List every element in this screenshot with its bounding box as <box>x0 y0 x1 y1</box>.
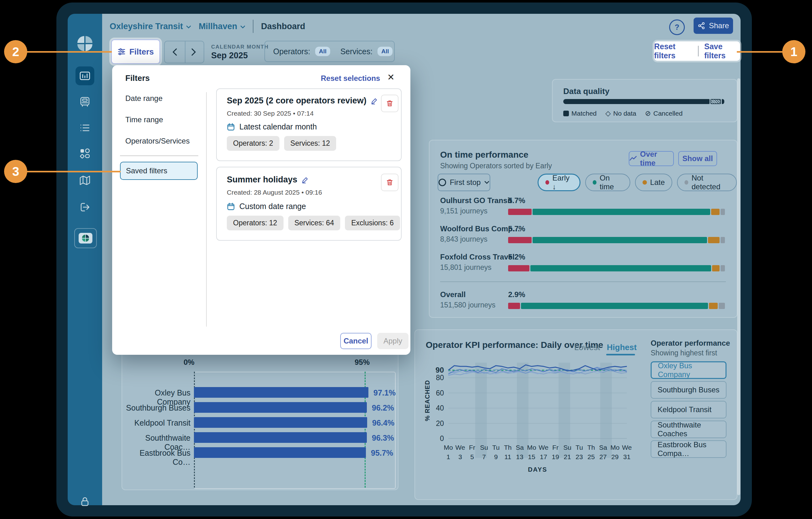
lock-icon <box>76 493 94 510</box>
previous-month-button[interactable] <box>164 41 185 63</box>
operator-name: Oulhurst GO Transit <box>440 196 512 205</box>
bar-segment <box>508 303 520 309</box>
sidebar-item-services-list[interactable] <box>76 119 94 137</box>
svg-text:Th: Th <box>587 444 595 451</box>
kpi-card: Operator KPI performance: Daily over tim… <box>414 329 737 500</box>
filter-summary-chips: Operators: 12Services: 64Exclusions: 6 <box>227 216 400 230</box>
saved-filter-card: Sep 2025 (2 core operators review) Creat… <box>216 88 402 161</box>
operators-label: Operators: <box>273 47 310 56</box>
org-selector[interactable]: Oxleyshire Transit <box>110 22 191 31</box>
summary-chip: Operators: 2 <box>227 136 280 151</box>
status-chip-label: Not detected <box>691 174 729 191</box>
svg-text:17: 17 <box>540 453 547 460</box>
save-filters-button[interactable]: Save filters <box>704 42 740 60</box>
sidebar-item-categories[interactable] <box>76 145 94 162</box>
svg-text:19: 19 <box>552 453 559 460</box>
bus-icon <box>79 96 91 108</box>
bar-chart-icon <box>79 70 91 82</box>
apply-button[interactable]: Apply <box>377 333 408 349</box>
svg-text:80: 80 <box>436 374 444 382</box>
modal-nav-time-range[interactable]: Time range <box>125 115 163 124</box>
status-chip-not-detected[interactable]: Not detected <box>677 174 737 191</box>
calendar-icon <box>227 202 235 211</box>
delete-filter-button[interactable] <box>381 94 399 112</box>
created-timestamp: Created: 30 Sep 2025 • 07:14 <box>227 110 314 117</box>
list-icon <box>79 122 91 134</box>
svg-text:DAYS: DAYS <box>528 466 547 473</box>
stacked-bar <box>508 237 725 243</box>
edit-pencil-icon[interactable] <box>302 176 309 183</box>
operator-list-item[interactable]: Southburgh Buses <box>651 381 726 399</box>
on-time-title: On time performance <box>440 150 528 160</box>
bar-segment <box>508 265 529 271</box>
summary-chip: Services: 12 <box>284 136 337 151</box>
journeys-count: 9,151 journeys <box>440 207 488 215</box>
show-all-button[interactable]: Show all <box>678 151 717 166</box>
delete-filter-button[interactable] <box>381 174 399 191</box>
status-dot-icon <box>545 180 549 185</box>
modal-nav-saved-filters[interactable]: Saved filters <box>120 162 198 180</box>
sidebar-item-logout[interactable] <box>76 198 94 216</box>
reset-selections-link[interactable]: Reset selections <box>321 74 380 83</box>
callout-badge-1: 1 <box>782 40 805 63</box>
saved-filter-title: Summer holidays <box>227 175 297 185</box>
share-button[interactable]: Share <box>694 18 733 34</box>
kpi-line-chart: 90806040200Mo1We3Fr5Su7Tu9Th11Sa13Mo15We… <box>424 356 643 497</box>
scrollbar[interactable] <box>737 78 740 495</box>
lowest-tab[interactable]: Lowest <box>574 343 600 352</box>
operator-list-item[interactable]: Eastbrook Bus Compa… <box>651 440 726 458</box>
chevron-down-icon <box>186 24 191 29</box>
operator-list-item[interactable]: Souththwaite Coaches <box>651 420 726 438</box>
svg-text:15: 15 <box>528 453 535 460</box>
calendar-month-label: CALENDAR MONTH <box>211 44 268 50</box>
data-quality-segment <box>563 99 709 104</box>
modal-nav-operators-services[interactable]: Operators/Services <box>125 137 190 145</box>
status-chip-label: Late <box>650 178 665 187</box>
legend-cancelled: Cancelled <box>653 110 682 117</box>
operator-list-item[interactable]: Keldpool Transit <box>651 401 726 418</box>
filters-button[interactable]: Filters <box>111 39 160 64</box>
sidebar-item-map[interactable] <box>76 172 94 189</box>
close-icon[interactable]: ✕ <box>387 72 395 82</box>
over-time-button[interactable]: Over time <box>629 151 674 166</box>
help-button[interactable]: ? <box>669 20 685 35</box>
legend-no-data: No data <box>613 110 636 117</box>
trash-icon <box>386 179 394 186</box>
divider <box>253 20 254 33</box>
svg-text:1: 1 <box>446 453 450 460</box>
early-percent: 5.7% <box>508 196 525 205</box>
svg-text:Tu: Tu <box>492 444 500 451</box>
sidebar-item-vehicles[interactable] <box>76 93 94 111</box>
edit-pencil-icon[interactable] <box>371 98 378 104</box>
svg-text:23: 23 <box>576 453 583 460</box>
bar-value: 96.3% <box>372 433 394 442</box>
callout-line-2 <box>27 51 112 53</box>
reset-filters-button[interactable]: Reset filters <box>654 42 692 60</box>
bar-segment <box>708 237 720 243</box>
breadcrumb: Oxleyshire Transit Millhaven Dashboard <box>110 20 305 33</box>
status-filter-chips: Early ↓On timeLateNot detected <box>538 174 737 191</box>
operator-list-item[interactable]: Oxley Bus Company <box>651 361 726 379</box>
sidebar-item-app-switcher[interactable] <box>74 228 97 248</box>
modal-nav-date-range[interactable]: Date range <box>125 94 163 103</box>
operators-services-summary[interactable]: Operators: All Services: All <box>264 41 395 62</box>
early-percent: 5.7% <box>508 224 525 233</box>
highest-tab[interactable]: Highest <box>607 343 637 352</box>
region-selector[interactable]: Millhaven <box>199 22 245 31</box>
on-time-performance-card: On time performance Showing Operators so… <box>429 140 737 318</box>
cancel-button[interactable]: Cancel <box>340 333 372 349</box>
svg-text:11: 11 <box>504 453 511 460</box>
next-month-button[interactable] <box>183 41 204 63</box>
sidebar-item-dashboard[interactable] <box>76 66 94 85</box>
status-chip-on-time[interactable]: On time <box>585 174 630 191</box>
calendar-icon <box>227 123 235 131</box>
stop-circle-icon <box>439 179 446 186</box>
first-stop-dropdown[interactable]: First stop <box>438 174 490 191</box>
data-quality-title: Data quality <box>563 86 609 96</box>
status-chip-late[interactable]: Late <box>635 174 672 191</box>
logout-icon <box>79 201 91 213</box>
svg-text:25: 25 <box>587 453 594 460</box>
status-chip-early[interactable]: Early ↓ <box>538 174 580 191</box>
saved-filters-label: Saved filters <box>126 166 167 175</box>
svg-text:We: We <box>622 444 632 451</box>
